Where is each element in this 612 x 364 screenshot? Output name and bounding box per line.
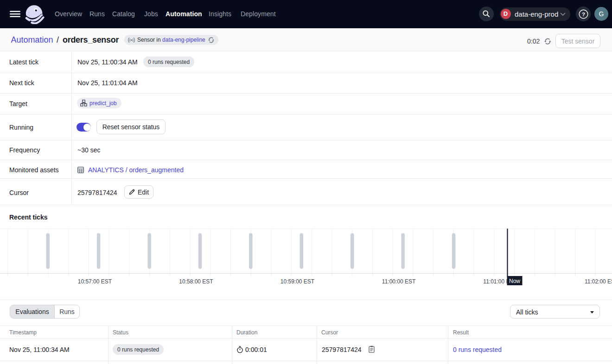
svg-text:10:59:00 EST: 10:59:00 EST [280,278,315,285]
svg-text:11:00:00 EST: 11:00:00 EST [382,278,416,285]
svg-text:?: ? [581,11,585,17]
svg-text:10:58:00 EST: 10:58:00 EST [179,278,213,285]
svg-text:Now: Now [509,278,520,284]
svg-text:10:57:00 EST: 10:57:00 EST [78,278,112,285]
svg-text:11:02:00 EST: 11:02:00 EST [585,278,612,285]
